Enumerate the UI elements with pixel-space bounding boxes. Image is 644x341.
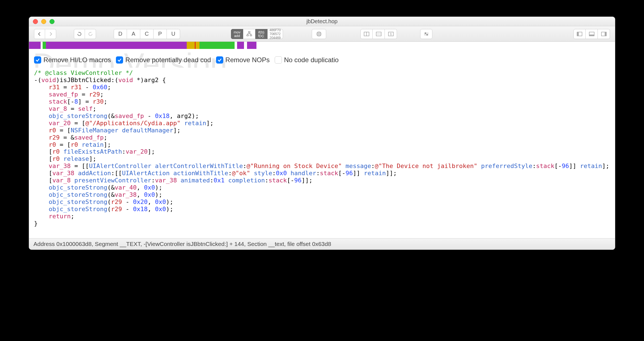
hex-line-3: 204469 bbox=[269, 36, 281, 40]
layout-grid-button[interactable] bbox=[373, 29, 385, 39]
svg-rect-14 bbox=[425, 33, 426, 34]
checkbox-icon bbox=[275, 56, 282, 64]
app-window: jbDetect.hop D A C P U bbox=[29, 17, 615, 250]
view-mode-group: mov add if(b) f(x); 486F70 706572 204469 bbox=[231, 29, 283, 39]
hex-view-button[interactable]: 486F70 706572 204469 bbox=[268, 29, 283, 39]
svg-rect-18 bbox=[577, 32, 579, 36]
asm-label-2: add bbox=[234, 34, 240, 38]
svg-point-8 bbox=[377, 34, 378, 34]
toggle-bottom-panel-button[interactable] bbox=[586, 29, 598, 39]
layout-columns-button[interactable] bbox=[360, 29, 373, 39]
svg-rect-2 bbox=[250, 35, 252, 36]
remove-nops-checkbox[interactable]: Remove NOPs bbox=[216, 56, 270, 64]
hex-line-2: 706572 bbox=[269, 32, 281, 36]
svg-rect-4 bbox=[318, 33, 320, 35]
svg-text:1: 1 bbox=[390, 33, 392, 36]
toolbar: D A C P U mov add if(b) f(x); 486F70 706… bbox=[29, 26, 615, 42]
asm-label-1: mov bbox=[234, 30, 241, 34]
checkbox-label: Remove HI/LO macros bbox=[43, 56, 111, 64]
layout-group-1: 1 bbox=[360, 29, 397, 39]
navmap-marker bbox=[195, 42, 196, 49]
layout-single-button[interactable]: 1 bbox=[385, 29, 397, 39]
svg-point-9 bbox=[378, 34, 379, 34]
checkbox-label: No code duplicatio bbox=[284, 56, 339, 64]
titlebar: jbDetect.hop bbox=[29, 17, 615, 26]
status-bar: Address 0x1000063d8, Segment __TEXT, -[V… bbox=[29, 238, 615, 250]
mode-undef-button[interactable]: U bbox=[167, 29, 180, 39]
pseudo-view-button[interactable]: if(b) f(x); bbox=[255, 29, 268, 39]
svg-rect-1 bbox=[247, 35, 248, 36]
pseudo-code-options: Demo Version Remove HI/LO macros Remove … bbox=[29, 49, 615, 68]
toggle-left-panel-button[interactable] bbox=[573, 29, 586, 39]
svg-point-10 bbox=[380, 34, 380, 34]
nav-group bbox=[34, 29, 56, 39]
mode-code-button[interactable]: C bbox=[140, 29, 154, 39]
remove-dead-checkbox[interactable]: Remove potentially dead cod bbox=[116, 56, 211, 64]
pseudo-code-view[interactable]: /* @class ViewController */ -(void)isJBb… bbox=[29, 68, 615, 238]
mode-group: D A C P U bbox=[114, 29, 180, 39]
mode-ascii-button[interactable]: A bbox=[127, 29, 140, 39]
settings-button[interactable] bbox=[420, 29, 432, 39]
code-comment: /* @class ViewController */ bbox=[34, 69, 133, 76]
cfg-label-2: f(x); bbox=[258, 34, 264, 38]
mode-proc-button[interactable]: P bbox=[154, 29, 167, 39]
chip-icon bbox=[316, 31, 322, 37]
remove-hilo-checkbox[interactable]: Remove HI/LO macros bbox=[34, 56, 111, 64]
svg-rect-0 bbox=[248, 32, 250, 33]
panel-toggle-group bbox=[573, 29, 610, 39]
forward-button[interactable] bbox=[45, 29, 56, 39]
window-title: jbDetect.hop bbox=[29, 18, 615, 25]
mode-data-button[interactable]: D bbox=[114, 29, 127, 39]
svg-rect-16 bbox=[427, 34, 428, 35]
checkbox-icon bbox=[116, 56, 123, 64]
no-duplication-checkbox[interactable]: No code duplicatio bbox=[275, 56, 339, 64]
checkbox-icon bbox=[216, 56, 223, 64]
cfg-view-button[interactable] bbox=[243, 29, 255, 39]
checkbox-icon bbox=[34, 56, 41, 64]
undo-redo-group bbox=[74, 29, 96, 39]
checkbox-label: Remove potentially dead cod bbox=[125, 56, 211, 64]
svg-rect-22 bbox=[605, 32, 606, 36]
sliders-icon bbox=[424, 32, 429, 36]
cfg-label-1: if(b) bbox=[258, 30, 264, 34]
undo-button[interactable] bbox=[74, 29, 85, 39]
cpu-button[interactable] bbox=[312, 29, 326, 39]
svg-rect-20 bbox=[589, 35, 594, 36]
asm-view-button[interactable]: mov add bbox=[231, 29, 243, 39]
toggle-right-panel-button[interactable] bbox=[598, 29, 610, 39]
back-button[interactable] bbox=[34, 29, 45, 39]
hex-line-1: 486F70 bbox=[269, 28, 281, 32]
redo-button[interactable] bbox=[85, 29, 96, 39]
navigation-map[interactable] bbox=[29, 42, 615, 49]
checkbox-label: Remove NOPs bbox=[225, 56, 270, 64]
